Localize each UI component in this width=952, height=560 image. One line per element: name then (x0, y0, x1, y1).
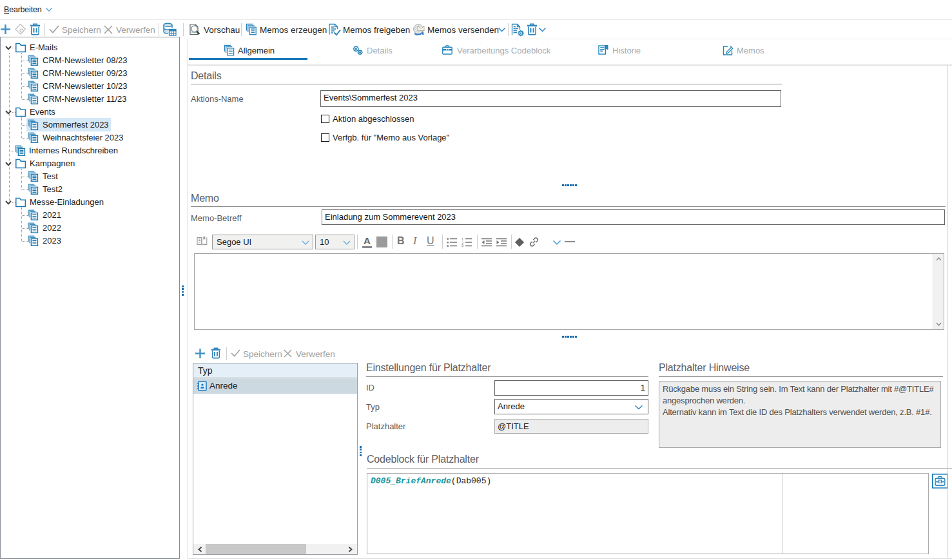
svg-text:3: 3 (461, 244, 463, 247)
